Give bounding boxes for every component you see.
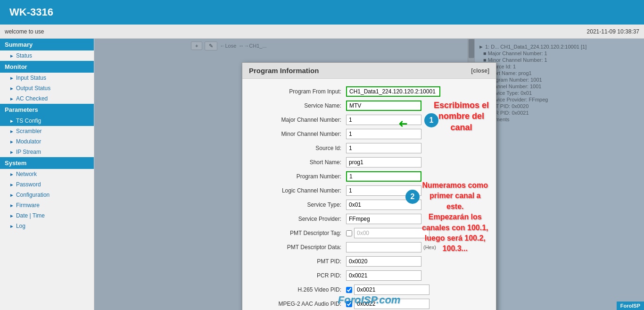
pmt-descriptor-tag-checkbox[interactable]: [346, 230, 352, 236]
content-area: + ✎ ←Lose ↔→CH1_... ► 1: D... CH1_Data1_…: [94, 39, 644, 310]
sidebar-label-ts-config: TS Config: [16, 117, 41, 124]
pmt-descriptor-tag-field[interactable]: [354, 228, 429, 238]
service-name-field[interactable]: [346, 101, 421, 111]
sidebar-label-ac-checked: AC Checked: [16, 95, 48, 102]
arrow-icon: ►: [9, 53, 14, 59]
topbar: welcome to use 2021-11-09 10:38:37: [0, 25, 644, 39]
pcr-pid-label: PCR PID:: [252, 272, 346, 279]
sidebar-label-modulator: Modulator: [16, 138, 41, 145]
sidebar-item-output-status[interactable]: ► Output Status: [0, 83, 94, 93]
major-channel-field[interactable]: [346, 115, 421, 125]
annotation-text-2: Numeramos como primer canal a este. Empe…: [422, 180, 488, 254]
h265-pid-label: H.265 Video PID:: [252, 286, 346, 293]
program-from-input-label: Program From Input:: [252, 88, 346, 95]
h265-checkbox-group: [346, 285, 429, 295]
annotation-arrow-1: ➜: [398, 117, 408, 130]
sidebar-label-network: Network: [16, 171, 37, 177]
program-from-input-field[interactable]: [346, 86, 440, 97]
h265-pid-checkbox[interactable]: [346, 287, 352, 293]
service-provider-field[interactable]: [346, 214, 421, 224]
welcome-text: welcome to use: [5, 28, 44, 35]
sidebar-item-ip-stream[interactable]: ► IP Stream: [0, 147, 94, 157]
watermark: ForoISP.com: [338, 294, 401, 306]
pmt-descriptor-data-field[interactable]: [346, 242, 421, 252]
sidebar-label-input-status: Input Status: [16, 75, 46, 81]
sidebar-label-firmware: Firmware: [16, 202, 40, 209]
pcr-pid-row: PCR PID:: [252, 270, 487, 281]
sidebar-label-configuration: Configuration: [16, 192, 50, 198]
program-number-label: Program Number:: [252, 173, 346, 180]
forolsp-badge: ForoISP: [617, 302, 644, 310]
sidebar-label-output-status: Output Status: [16, 85, 50, 92]
sidebar-label-password: Password: [16, 181, 41, 188]
sidebar-label-scrambler: Scrambler: [16, 128, 42, 134]
sidebar-item-datetime[interactable]: ► Date | Time: [0, 210, 94, 221]
modal-header: Program Information [close]: [242, 63, 496, 79]
mpeg2-pid-label: MPEG-2 AAC Audio PID:: [252, 301, 346, 307]
sidebar-section-parameters: Parameters: [0, 104, 94, 116]
sidebar-item-firmware[interactable]: ► Firmware: [0, 200, 94, 210]
short-name-field[interactable]: [346, 157, 421, 168]
sidebar: Summary ► Status Monitor ► Input Status …: [0, 39, 94, 310]
sidebar-label-log: Log: [16, 223, 25, 229]
pcr-pid-field[interactable]: [346, 270, 421, 281]
pmt-pid-label: PMT PID:: [252, 258, 346, 265]
annotation-text-1: Escribimos el nombre del canal: [434, 100, 489, 133]
sidebar-item-ac-checked[interactable]: ► AC Checked: [0, 93, 94, 104]
sidebar-item-log[interactable]: ► Log: [0, 221, 94, 231]
sidebar-section-monitor: Monitor: [0, 61, 94, 73]
modal-close-link[interactable]: [close]: [471, 67, 489, 74]
short-name-row: Short Name:: [252, 157, 487, 168]
sidebar-item-network[interactable]: ► Network: [0, 169, 94, 179]
sidebar-item-status[interactable]: ► Status: [0, 50, 94, 61]
sidebar-label-ip-stream: IP Stream: [16, 149, 41, 155]
app-title: WK-3316: [9, 6, 53, 18]
app-header: WK-3316: [0, 0, 644, 25]
h265-pid-field[interactable]: [354, 285, 429, 295]
pmt-descriptor-tag-checkbox-group: [346, 228, 429, 238]
service-type-label: Service Type:: [252, 201, 346, 208]
annotation-bubble-2: 2: [405, 190, 420, 204]
program-from-input-row: Program From Input:: [252, 86, 487, 97]
pmt-descriptor-data-label: PMT Descriptor Data:: [252, 244, 346, 251]
sidebar-item-scrambler[interactable]: ► Scrambler: [0, 126, 94, 136]
short-name-label: Short Name:: [252, 159, 346, 166]
source-id-label: Source Id:: [252, 145, 346, 151]
sidebar-item-configuration[interactable]: ► Configuration: [0, 190, 94, 200]
sidebar-section-summary: Summary: [0, 39, 94, 50]
h265-pid-row: H.265 Video PID:: [252, 285, 487, 295]
modal-title: Program Information: [249, 67, 319, 75]
sidebar-item-input-status[interactable]: ► Input Status: [0, 73, 94, 83]
main-layout: Summary ► Status Monitor ► Input Status …: [0, 39, 644, 310]
datetime: 2021-11-09 10:38:37: [587, 28, 639, 35]
pmt-descriptor-tag-label: PMT Descriptor Tag:: [252, 230, 346, 236]
sidebar-section-system: System: [0, 157, 94, 169]
sidebar-item-ts-config[interactable]: ► TS Config: [0, 116, 94, 126]
pmt-pid-row: PMT PID:: [252, 256, 487, 267]
sidebar-item-password[interactable]: ► Password: [0, 179, 94, 190]
sidebar-item-modulator[interactable]: ► Modulator: [0, 136, 94, 147]
minor-channel-label: Minor Channel Number:: [252, 131, 346, 137]
major-channel-label: Major Channel Number:: [252, 117, 346, 123]
source-id-field[interactable]: [346, 143, 421, 153]
sidebar-label-datetime: Date | Time: [16, 212, 45, 219]
program-number-field[interactable]: [346, 171, 421, 182]
service-provider-label: Service Provider:: [252, 216, 346, 222]
service-name-label: Service Name:: [252, 102, 346, 109]
sidebar-label-status: Status: [16, 52, 32, 59]
minor-channel-field[interactable]: [346, 129, 421, 139]
source-id-row: Source Id:: [252, 143, 487, 153]
logic-channel-label: Logic Channel Number:: [252, 187, 346, 194]
pmt-pid-field[interactable]: [346, 256, 421, 267]
